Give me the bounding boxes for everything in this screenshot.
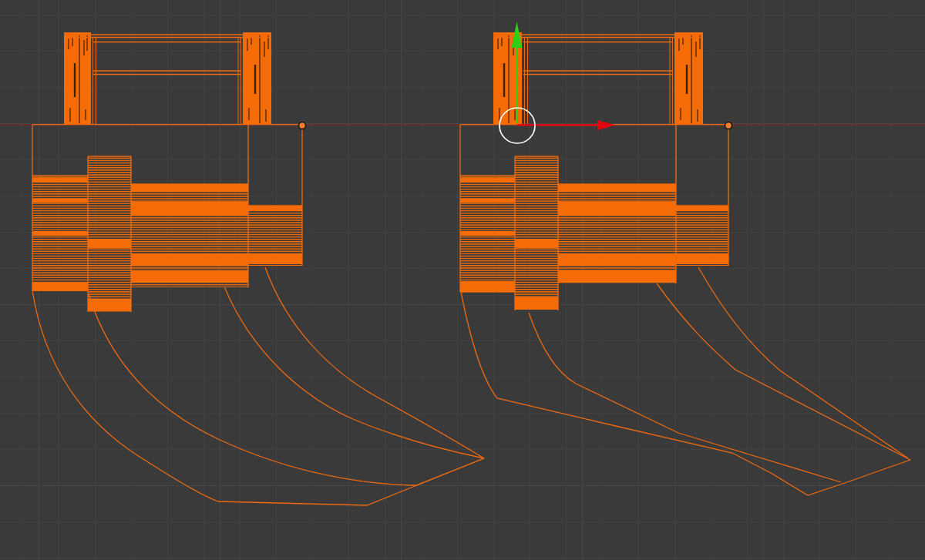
gizmo-red-axis-arrow[interactable] (517, 120, 616, 130)
red-arrowhead-icon (597, 120, 616, 130)
claw-inner-edge (698, 267, 908, 458)
object-right-bracket (493, 32, 703, 125)
wireframe-scene (0, 0, 925, 560)
object-right-wireframe[interactable] (460, 32, 910, 495)
bracket-inner-edges (93, 37, 241, 125)
claw-inner-edge (265, 267, 484, 458)
object-right-body (460, 125, 728, 310)
bracket-rails (64, 35, 271, 75)
object-left-wireframe[interactable] (32, 32, 484, 505)
object-left-origin-dot[interactable] (299, 122, 306, 129)
claw-edge (224, 287, 484, 458)
object-right-origin-dot[interactable] (725, 122, 732, 129)
claw-edge (529, 313, 841, 482)
knurl-band (515, 156, 558, 310)
viewport-canvas[interactable] (0, 0, 925, 560)
object-left-body (32, 125, 302, 312)
object-left-bracket (64, 32, 271, 125)
claw-edge (89, 294, 484, 485)
claw-outer-edge (32, 290, 484, 505)
knurl-band (558, 184, 676, 283)
bracket-inner-edges (525, 37, 673, 125)
claw-outer-edge (461, 292, 910, 495)
knurl-band (88, 156, 131, 312)
